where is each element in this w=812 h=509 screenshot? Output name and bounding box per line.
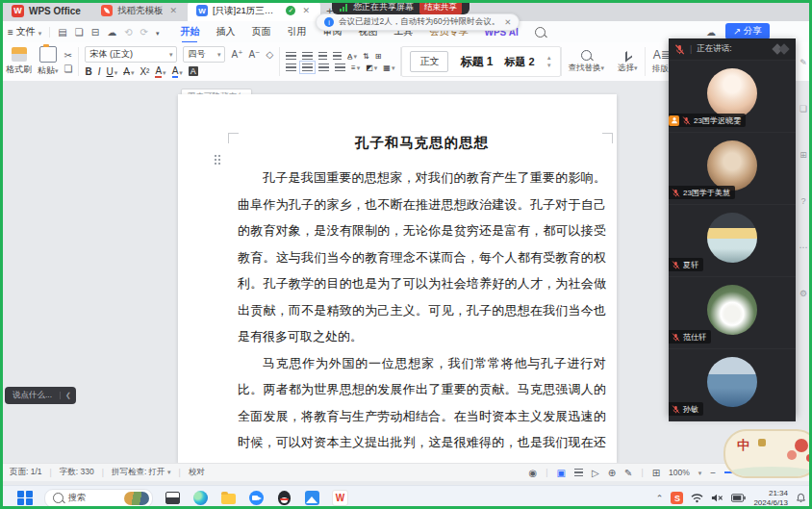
tab-reference[interactable]: 引用 — [287, 25, 306, 38]
spellcheck-status[interactable]: 拼写检查: 打开 — [112, 467, 171, 478]
file-menu[interactable]: ≡ 文件 — [0, 25, 49, 38]
word-count[interactable]: 字数: 330 — [60, 467, 94, 478]
volume-muted-icon[interactable] — [711, 493, 723, 503]
help-icon[interactable]: ? — [800, 196, 805, 206]
bookmark-icon[interactable]: ⊞ — [799, 150, 807, 160]
drag-handle-icon[interactable] — [214, 154, 221, 165]
style-heading2[interactable]: 标题 2 — [504, 55, 534, 69]
paste-button[interactable]: 粘贴 — [38, 46, 59, 77]
strikethrough-button[interactable]: A — [123, 66, 134, 77]
s-app-icon[interactable]: S — [671, 492, 683, 504]
settings-icon[interactable]: ⚙ — [799, 289, 807, 298]
outline-view-icon[interactable] — [574, 469, 583, 476]
border-icon[interactable]: ▦ — [383, 64, 394, 72]
cloud-sync-icon[interactable] — [107, 27, 116, 38]
focus-mode-icon[interactable] — [652, 468, 660, 478]
home-tab[interactable]: W WPS Office — [0, 0, 92, 21]
web-layout-icon[interactable] — [608, 468, 616, 478]
bold-button[interactable]: B — [85, 66, 91, 77]
read-mode-icon[interactable] — [592, 468, 599, 478]
comment-icon[interactable]: ❏ — [799, 104, 807, 114]
task-view-button[interactable] — [165, 490, 181, 506]
tab-insert[interactable]: 插入 — [216, 25, 235, 38]
text-direction-icon[interactable]: A̲ — [347, 52, 357, 61]
show-marks-icon[interactable]: ⊞ — [375, 52, 382, 61]
zoom-out-icon[interactable] — [710, 468, 716, 478]
participant-tile[interactable]: 孙敏 — [669, 349, 796, 421]
zoom-chevron-icon[interactable] — [698, 468, 702, 477]
share-button[interactable]: ↗ 分享 — [725, 23, 770, 39]
edge-icon[interactable] — [192, 490, 209, 506]
eye-protect-icon[interactable] — [529, 468, 538, 478]
shading-icon[interactable]: ◩ — [366, 64, 377, 72]
undo-icon[interactable] — [124, 27, 132, 38]
file-explorer-icon[interactable] — [220, 490, 237, 506]
toast-close-icon[interactable]: ✕ — [504, 17, 511, 27]
collapse-icon[interactable]: ❮ — [60, 392, 76, 399]
underline-button[interactable]: U — [107, 66, 118, 77]
number-list-icon[interactable] — [302, 52, 313, 60]
font-name-select[interactable]: 宋体 (正文) — [85, 46, 177, 63]
hidden-icons-chevron[interactable]: ⌃ — [656, 494, 664, 503]
copy-icon[interactable] — [64, 64, 73, 74]
bullet-list-icon[interactable] — [286, 52, 296, 60]
increase-indent-icon[interactable] — [333, 52, 342, 60]
tab-page[interactable]: 页面 — [251, 25, 270, 38]
decrease-indent-icon[interactable] — [318, 52, 327, 60]
increase-font-icon[interactable] — [231, 49, 242, 60]
find-replace-button[interactable]: 查找替换 — [562, 42, 612, 81]
document-title[interactable]: 孔子和马克思的思想 — [238, 129, 606, 155]
close-icon[interactable]: ✕ — [167, 6, 179, 15]
more-icon[interactable]: ⋯ — [799, 242, 808, 252]
clear-format-icon[interactable] — [266, 49, 273, 60]
decrease-font-icon[interactable] — [248, 49, 260, 60]
align-center-icon[interactable] — [302, 64, 313, 71]
sort-icon[interactable]: ⇅ — [363, 52, 369, 61]
line-spacing-icon[interactable]: ≡ — [351, 64, 360, 72]
wifi-icon[interactable] — [691, 493, 703, 503]
justify-icon[interactable] — [335, 64, 345, 71]
battery-icon[interactable] — [731, 494, 746, 502]
photos-app-icon[interactable] — [304, 490, 320, 506]
document-text[interactable]: 孔子和马克思的思想 孔子是我国重要的思想家，对我们的教育产生了重要的影响。曲阜作… — [238, 129, 606, 463]
format-painter-button[interactable]: 格式刷 — [6, 47, 32, 76]
style-gallery-scroll[interactable]: ▲▼ — [546, 55, 552, 68]
docer-tab[interactable]: 找稻壳模板 ✕ — [92, 0, 188, 21]
tab-home[interactable]: 开始 — [180, 25, 199, 38]
taskbar-clock[interactable]: 21:34 2024/6/13 — [753, 489, 788, 508]
close-icon[interactable]: ✕ — [300, 6, 312, 15]
qq-icon[interactable] — [276, 490, 292, 506]
char-shading-button[interactable]: A — [189, 66, 198, 76]
participant-tile[interactable]: 23国学于美慧 — [669, 133, 796, 205]
select-button[interactable]: 选择 — [611, 42, 645, 81]
wps-taskbar-icon[interactable]: W — [332, 490, 348, 506]
edit-icon[interactable]: ✎ — [799, 58, 807, 67]
cloud-status-icon[interactable] — [706, 26, 716, 38]
document-page[interactable]: 孔子和马克思的思想 孔子是我国重要的思想家，对我们的教育产生了重要的影响。曲阜作… — [178, 94, 617, 463]
proofread-button[interactable]: 校对 — [189, 467, 205, 478]
print-icon[interactable] — [91, 27, 99, 38]
start-button[interactable] — [17, 491, 33, 506]
highlight-button[interactable]: A — [155, 65, 165, 78]
end-share-button[interactable]: 结束共享 — [419, 1, 462, 14]
export-icon[interactable] — [75, 27, 84, 38]
save-icon[interactable] — [58, 27, 66, 38]
page-view-icon[interactable] — [557, 468, 566, 478]
document-tab[interactable]: W [只读]21历三张隶孔子和马克... ✓ ✕ — [188, 0, 320, 21]
align-left-icon[interactable] — [286, 64, 296, 71]
paragraph[interactable]: 孔子是我国重要的思想家，对我们的教育产生了重要的影响。曲阜作为孔子的家乡，也不断… — [238, 165, 606, 350]
align-right-icon[interactable] — [318, 64, 329, 71]
zoom-level[interactable]: 100% — [669, 468, 690, 477]
chevron-down-icon[interactable] — [156, 27, 160, 38]
search-icon[interactable] — [535, 27, 546, 38]
paragraph[interactable]: 马克思作为外国的一位思想家，我们常常将他与孔子进行对比。两者都为世界思想的发展作… — [238, 350, 606, 464]
meeting-app-icon[interactable] — [248, 490, 265, 506]
redo-icon[interactable] — [140, 27, 148, 38]
participant-tile[interactable]: 23国学迟晓雯 — [669, 61, 796, 133]
participant-tile[interactable]: 夏轩 — [669, 205, 796, 277]
font-color-button[interactable]: A — [172, 65, 183, 78]
meeting-chat-bubble[interactable]: 说点什么... ❮ — [5, 387, 76, 404]
notification-bell-icon[interactable] — [796, 493, 806, 503]
cut-icon[interactable] — [64, 50, 73, 61]
font-size-select[interactable]: 四号 — [183, 46, 225, 63]
